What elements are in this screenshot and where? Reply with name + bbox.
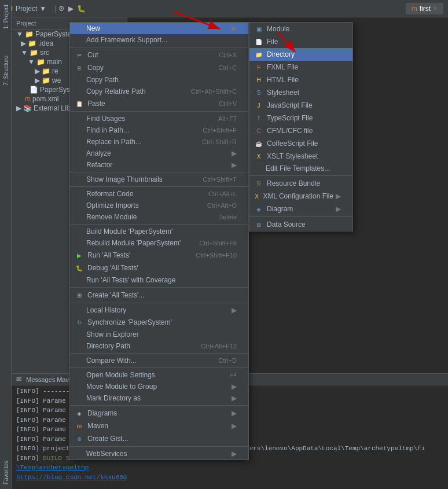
menu-item-diagrams[interactable]: ◈ Diagrams ▶ — [70, 407, 248, 420]
submenu-item-javascript-file[interactable]: J JavaScript File — [249, 99, 352, 112]
menu-separator-7 — [70, 303, 248, 303]
menu-item-replace-in-path[interactable]: Replace in Path... Ctrl+Shift+R — [70, 136, 248, 148]
submenu-item-html-file[interactable]: H HTML File — [249, 73, 352, 86]
menu-item-open-module-settings[interactable]: Open Module Settings F4 — [70, 369, 248, 381]
submenu-item-file[interactable]: 📄 File — [249, 35, 352, 48]
menu-item-run-with-coverage[interactable]: Run 'All Tests' with Coverage — [70, 274, 248, 286]
sidebar-tab-structure[interactable]: 7: Structure — [0, 51, 11, 90]
menu-item-diagrams-label: Diagrams — [87, 409, 229, 417]
debug-icon[interactable]: 🐛 — [77, 5, 86, 13]
menu-item-reformat-code[interactable]: Reformat Code Ctrl+Alt+L — [70, 188, 248, 200]
menu-separator-4 — [70, 186, 248, 187]
active-tab[interactable]: m first ✕ — [406, 3, 443, 14]
submenu-item-xslt[interactable]: X XSLT Stylesheet — [249, 150, 352, 163]
close-tab-icon[interactable]: ✕ — [433, 5, 438, 12]
cfml-icon: C — [254, 126, 263, 135]
menu-item-maven-label: Maven — [87, 422, 229, 430]
folder-icon: 📁 — [42, 76, 50, 84]
menu-separator-5 — [70, 224, 248, 225]
submenu-item-edit-file-templates-label: Edit File Templates... — [266, 164, 341, 172]
menu-item-rebuild-module[interactable]: Rebuild Module 'PaperSystem' Ctrl+Shift+… — [70, 237, 248, 249]
submenu-item-stylesheet[interactable]: S Stylesheet — [249, 86, 352, 99]
menu-item-show-image-thumbs[interactable]: Show Image Thumbnails Ctrl+Shift+T — [70, 174, 248, 185]
submenu-item-cfml-cfc[interactable]: C CFML/CFC file — [249, 124, 352, 137]
menu-separator-11 — [70, 446, 248, 447]
submenu-item-resource-bundle-label: Resource Bundle — [267, 179, 341, 187]
diagrams-arrow: ▶ — [232, 409, 237, 417]
menu-item-copy[interactable]: ⎘ Copy Ctrl+C — [70, 61, 248, 74]
project-label: Project — [16, 5, 37, 13]
menu-item-new[interactable]: New ▶ — [70, 23, 248, 34]
menu-item-debug-all-tests[interactable]: 🐛 Debug 'All Tests' — [70, 262, 248, 274]
js-icon: J — [254, 101, 263, 110]
submenu-item-html-file-label: HTML File — [267, 76, 341, 84]
rebuild-shortcut: Ctrl+Shift+F9 — [199, 240, 237, 247]
menu-item-create-all-tests[interactable]: ⊞ Create 'All Tests'... — [70, 289, 248, 302]
tab-area: m first ✕ — [406, 3, 443, 14]
submenu-item-module-label: Module — [267, 25, 341, 33]
expand-icon: ▶ — [16, 104, 21, 112]
menu-item-cut[interactable]: ✂ Cut Ctrl+X — [70, 49, 248, 61]
diagram-icon: ◈ — [254, 204, 263, 214]
menu-item-refactor[interactable]: Refactor ▶ — [70, 159, 248, 171]
submenu-item-resource-bundle[interactable]: R Resource Bundle — [249, 177, 352, 190]
tree-item-label: re — [52, 67, 58, 75]
directory-path-shortcut: Ctrl+Alt+F12 — [201, 343, 237, 350]
menu-item-copy-label: Copy — [87, 64, 207, 72]
submenu-item-coffeescript[interactable]: ☕ CoffeeScript File — [249, 137, 352, 150]
menu-item-paste-label: Paste — [87, 100, 207, 108]
submenu-item-edit-file-templates[interactable]: Edit File Templates... — [249, 163, 352, 174]
submenu-item-javascript-file-label: JavaScript File — [267, 101, 341, 109]
menu-item-find-in-path[interactable]: Find in Path... Ctrl+Shift+F — [70, 124, 248, 136]
menu-item-analyze[interactable]: Analyze ▶ — [70, 148, 248, 159]
menu-item-directory-path[interactable]: Directory Path Ctrl+Alt+F12 — [70, 340, 248, 352]
top-bar: 📁 Project ▼ | ⚙ ▶ 🐛 m first ✕ — [0, 0, 448, 17]
submenu-item-diagram[interactable]: ◈ Diagram ▶ — [249, 203, 352, 215]
xslt-icon: X — [254, 152, 263, 161]
menu-item-copy-path[interactable]: Copy Path — [70, 74, 248, 86]
menu-item-find-in-path-label: Find in Path... — [86, 126, 191, 134]
settings-icon[interactable]: ⚙ — [58, 5, 65, 13]
menu-item-webservices[interactable]: WebServices ▶ — [70, 448, 248, 459]
menu-item-show-explorer[interactable]: Show in Explorer — [70, 329, 248, 340]
menu-item-run-all-tests[interactable]: ▶ Run 'All Tests' Ctrl+Shift+F10 — [70, 249, 248, 262]
menu-item-compare-with[interactable]: Compare With... Ctrl+D — [70, 355, 248, 366]
menu-item-add-framework[interactable]: Add Framework Support... — [70, 34, 248, 46]
dropdown-icon: ▼ — [39, 5, 46, 13]
log-link-line2: https://blog.csdn.net/khxu660 — [16, 473, 443, 483]
folder-icon: 📁 — [42, 67, 50, 75]
menu-item-maven[interactable]: m Maven ▶ — [70, 420, 248, 432]
copy-shortcut: Ctrl+C — [219, 64, 237, 71]
menu-item-copy-relative-path[interactable]: Copy Relative Path Ctrl+Alt+Shift+C — [70, 86, 248, 97]
menu-item-create-gist[interactable]: ⊕ Create Gist... — [70, 432, 248, 445]
menu-item-optimize-imports[interactable]: Optimize Imports Ctrl+Alt+O — [70, 200, 248, 211]
menu-item-mark-directory-as[interactable]: Mark Directory as ▶ — [70, 392, 248, 404]
menu-item-build-module[interactable]: Build Module 'PaperSystem' — [70, 226, 248, 237]
submenu-item-fxml-file[interactable]: F FXML File — [249, 61, 352, 73]
run-icon[interactable]: ▶ — [68, 5, 74, 13]
menu-separator-10 — [70, 405, 248, 406]
submenu-item-typescript-file[interactable]: T TypeScript File — [249, 112, 352, 124]
submenu-item-module[interactable]: ▣ Module — [249, 23, 352, 35]
menu-separator-8 — [70, 353, 248, 354]
submenu-item-directory[interactable]: 📁 Directory — [249, 48, 352, 61]
cut-shortcut: Ctrl+X — [219, 52, 237, 58]
menu-item-synchronize[interactable]: ↻ Synchronize 'PaperSystem' — [70, 316, 248, 329]
menu-item-local-history[interactable]: Local History ▶ — [70, 304, 248, 316]
menu-item-paste[interactable]: 📋 Paste Ctrl+V — [70, 97, 248, 110]
run-icon: ▶ — [75, 251, 84, 260]
sidebar-tab-favorites[interactable]: Favorites — [0, 456, 11, 489]
submenu-item-xml-config[interactable]: X XML Configuration File ▶ — [249, 190, 352, 203]
scissors-icon: ✂ — [75, 50, 84, 60]
submenu-item-directory-label: Directory — [267, 50, 341, 58]
separator: | — [54, 5, 56, 13]
menu-item-refactor-label: Refactor — [86, 161, 229, 169]
menu-item-find-usages[interactable]: Find Usages Alt+F7 — [70, 113, 248, 124]
menu-item-move-module-to-group[interactable]: Move Module to Group ▶ — [70, 381, 248, 392]
sidebar-tab-project[interactable]: 1: Project — [0, 0, 11, 34]
xml-config-arrow: ▶ — [336, 192, 341, 200]
menu-item-remove-module[interactable]: Remove Module Delete — [70, 211, 248, 223]
replace-in-path-shortcut: Ctrl+Shift+R — [202, 138, 237, 145]
tree-item-label: PaperSys — [40, 86, 70, 94]
submenu-item-data-source[interactable]: ⊞ Data Source — [249, 218, 352, 231]
